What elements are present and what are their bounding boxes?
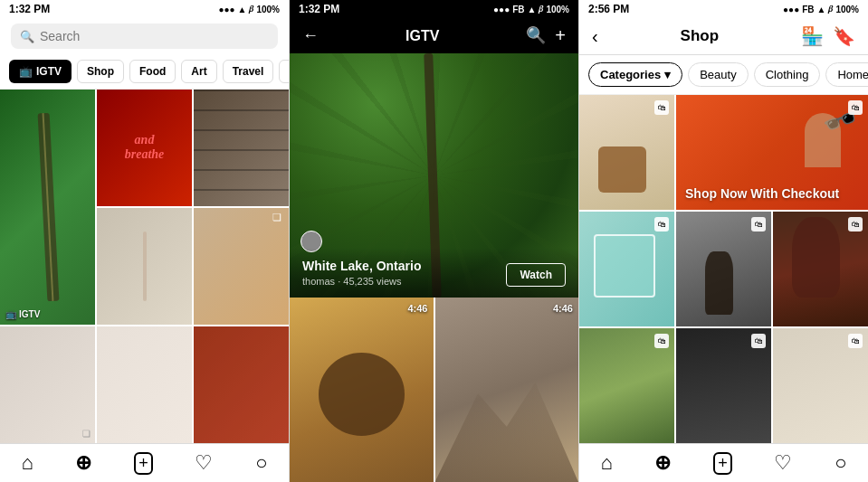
battery-shop: 100%: [835, 5, 859, 14]
nav-shop-add[interactable]: +: [713, 452, 732, 475]
shop-cell-outdoor[interactable]: 🛍: [579, 328, 674, 443]
igtv-thumb-1[interactable]: 4:46: [290, 298, 434, 482]
nav-profile[interactable]: ○: [255, 451, 267, 475]
shop-badge-bags: 🛍: [654, 100, 669, 115]
shop-cell-bag-clear[interactable]: 🛍: [579, 212, 674, 326]
video-title: White Lake, Ontario: [302, 259, 421, 273]
grid-cell-forest-large[interactable]: 📺 IGTV: [0, 90, 95, 325]
grid-cell-pour[interactable]: [97, 208, 192, 325]
thumb-2-duration: 4:46: [553, 303, 573, 314]
search-bar[interactable]: 🔍: [11, 24, 278, 49]
shop-badge-r2c1: 🛍: [654, 217, 669, 232]
search-input[interactable]: [40, 29, 269, 43]
signal-shop: ●●●: [783, 5, 799, 14]
tab-shop[interactable]: Shop: [77, 60, 124, 83]
status-bar-explore: 1:32 PM ●●● ▲ 𝛽 100%: [0, 0, 289, 18]
tv-icon: 📺: [19, 65, 33, 78]
status-icons-explore: ●●● ▲ 𝛽 100%: [218, 4, 280, 14]
igtv-badge-icon: 📺: [5, 309, 16, 319]
battery-icon: 100%: [256, 5, 280, 14]
video-user: thomas: [302, 276, 335, 287]
shop-badge-r3c1: 🛍: [654, 334, 669, 348]
shop-cell-featured[interactable]: 🕶️ Shop Now With Checkout 🛍: [676, 95, 868, 210]
video-info: White Lake, Ontario thomas · 45,235 view…: [302, 259, 421, 287]
panel-shop: 2:56 PM ●●● FB ▲ 𝛽 100% ‹ Shop 🏪 🔖 Categ…: [579, 0, 868, 482]
igtv-back-btn[interactable]: ←: [302, 26, 319, 45]
tab-shop-label: Shop: [87, 65, 114, 78]
shop-cell-dark[interactable]: 🛍: [676, 328, 771, 443]
watch-button[interactable]: Watch: [506, 263, 566, 287]
shop-header-icons: 🏪 🔖: [801, 25, 855, 47]
nav-heart[interactable]: ♡: [195, 451, 213, 475]
igtv-add-btn[interactable]: +: [555, 25, 566, 46]
shop-back-btn[interactable]: ‹: [592, 26, 598, 47]
status-bar-shop: 2:56 PM ●●● FB ▲ 𝛽 100%: [579, 0, 868, 18]
filter-categories-label: Categories: [600, 68, 661, 81]
network-shop: FB: [802, 5, 814, 14]
video-views: 45,235 views: [343, 276, 401, 287]
grid-cell-market[interactable]: [194, 326, 289, 443]
shop-cell-light[interactable]: 🛍: [773, 328, 868, 443]
tab-travel[interactable]: Travel: [223, 60, 274, 83]
nav-shop-search[interactable]: ⊕: [654, 451, 671, 475]
shop-filter-bar: Categories ▾ Beauty Clothing Home Decor: [579, 55, 868, 95]
grid-cell-food[interactable]: ❏: [194, 208, 289, 325]
grid-cell-shelves[interactable]: [194, 90, 289, 206]
nav-shop-home[interactable]: ⌂: [600, 451, 612, 475]
filter-beauty[interactable]: Beauty: [688, 62, 748, 87]
multi-icon: ❏: [272, 212, 285, 224]
filter-home-decor-label: Home Decor: [837, 68, 868, 81]
bluetooth-icon: 𝛽: [249, 4, 253, 14]
status-bar-igtv: 1:32 PM ●●● FB ▲ 𝛽 100%: [290, 0, 578, 18]
explore-grid: 📺 IGTV andbreathe ❏ ❏: [0, 90, 289, 443]
nav-bar-shop: ⌂ ⊕ + ♡ ○: [579, 443, 868, 482]
shop-title: Shop: [598, 27, 801, 45]
signal-icon: ●●●: [218, 5, 234, 14]
tab-art[interactable]: Art: [181, 60, 216, 83]
shop-header: ‹ Shop 🏪 🔖: [579, 18, 868, 55]
grid-cell-dog[interactable]: [97, 326, 192, 443]
search-icon: 🔍: [20, 30, 34, 43]
grid-cell-breathe[interactable]: andbreathe: [97, 90, 192, 206]
wifi-igtv: ▲: [528, 5, 537, 14]
tab-food[interactable]: Food: [129, 60, 176, 83]
grid-cell-plant[interactable]: ❏: [0, 326, 95, 443]
shop-store-icon[interactable]: 🏪: [801, 25, 824, 47]
time-explore: 1:32 PM: [9, 3, 50, 15]
igtv-title: IGTV: [405, 28, 439, 44]
igtv-main-video[interactable]: White Lake, Ontario thomas · 45,235 view…: [290, 53, 578, 298]
tab-food-label: Food: [139, 65, 166, 78]
nav-home[interactable]: ⌂: [21, 451, 33, 475]
breathe-text: andbreathe: [125, 133, 165, 164]
signal-igtv: ●●●: [493, 5, 510, 14]
nav-add[interactable]: +: [134, 452, 153, 475]
tab-art-label: Art: [191, 65, 206, 78]
igtv-search-btn[interactable]: 🔍: [526, 25, 546, 46]
igtv-header-icons: 🔍 +: [526, 25, 566, 46]
status-icons-shop: ●●● FB ▲ 𝛽 100%: [783, 4, 859, 14]
tab-igtv[interactable]: 📺 IGTV: [9, 60, 72, 83]
nav-search[interactable]: ⊕: [75, 451, 91, 475]
video-overlay: White Lake, Ontario thomas · 45,235 view…: [290, 248, 578, 298]
shop-badge-r3c2: 🛍: [751, 334, 766, 348]
shop-cell-model-red[interactable]: 🛍: [773, 212, 868, 326]
shop-grid: 🛍 🕶️ Shop Now With Checkout 🛍 🛍 🛍 🛍: [579, 95, 868, 443]
igtv-badge: 📺 IGTV: [5, 309, 40, 319]
filter-home-decor[interactable]: Home Decor: [825, 62, 868, 87]
shop-badge-r2c3: 🛍: [848, 217, 863, 232]
filter-categories[interactable]: Categories ▾: [588, 62, 682, 87]
tab-ar[interactable]: Ar: [279, 60, 289, 83]
featured-text: Shop Now With Checkout: [685, 186, 839, 201]
shop-bookmark-icon[interactable]: 🔖: [833, 25, 855, 47]
shop-cell-bags[interactable]: 🛍: [579, 95, 674, 210]
filter-clothing[interactable]: Clothing: [754, 62, 821, 87]
nav-shop-profile[interactable]: ○: [835, 451, 846, 475]
tab-igtv-label: IGTV: [36, 65, 62, 78]
nav-shop-heart[interactable]: ♡: [774, 451, 792, 475]
panel-explore: 1:32 PM ●●● ▲ 𝛽 100% 🔍 📺 IGTV Shop Food …: [0, 0, 290, 482]
time-shop: 2:56 PM: [588, 3, 629, 15]
shop-cell-horse[interactable]: 🛍: [676, 212, 771, 326]
bluetooth-igtv: 𝛽: [539, 4, 543, 14]
igtv-thumb-2[interactable]: 4:46: [434, 298, 579, 482]
igtv-header: ← IGTV 🔍 +: [290, 18, 578, 53]
